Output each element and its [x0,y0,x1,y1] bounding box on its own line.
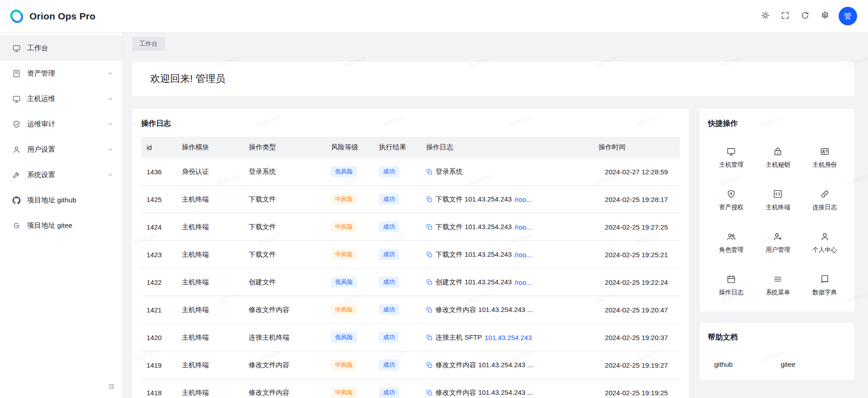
table-row: 1424 主机终端 下载文件 中风险 成功 下载文件 101.43.254.24… [141,213,680,241]
quick-action-label: 资产授权 [719,203,744,211]
help-link-github[interactable]: github [714,360,733,368]
quick-actions-card: 快捷操作 主机管理 主机秘钥 主机身份 资产授权 主机终端 连接日志 角色管理 … [700,109,854,312]
top-header: Orion Ops Pro 管 [0,0,868,33]
log-text: 修改文件内容 101.43.254.243 ... [436,361,533,369]
cell-module: 主机终端 [176,324,243,351]
result-badge: 成功 [379,249,399,260]
cell-type: 连接主机终端 [243,324,326,351]
sidebar-item-system-settings[interactable]: 系统设置 [0,162,123,187]
cell-type: 下载文件 [243,213,326,241]
operation-log-card: 操作日志 id操作模块操作类型风险等级执行结果操作日志操作时间 1436 身份认… [132,109,689,398]
help-link-gitee[interactable]: gitee [781,360,796,368]
table-row: 1419 主机终端 修改文件内容 中风险 成功 修改文件内容 101.43.25… [141,351,680,379]
user-avatar[interactable]: 管 [839,7,857,25]
quick-action-label: 系统菜单 [766,288,790,297]
quick-action-label: 个人中心 [812,246,837,254]
log-card-title: 操作日志 [141,119,680,129]
cell-module: 主机终端 [176,379,243,398]
quick-action-host-keys[interactable]: 主机秘钥 [754,143,801,172]
sidebar-item-assets[interactable]: 资产管理 [0,61,123,86]
cell-time: 2024-02-25 19:27:25 [593,213,680,241]
user-icon [12,145,21,154]
quick-action-asset-auth[interactable]: 资产授权 [708,186,754,215]
quick-action-host-identity[interactable]: 主机身份 [802,143,848,172]
quick-action-data-dictionary[interactable]: 数据字典 [802,271,848,300]
app-logo[interactable]: Orion Ops Pro [9,9,95,24]
log-link[interactable]: /roo... [514,251,531,259]
gitee-icon [12,221,21,230]
log-text: 下载文件 101.43.254.243 [436,250,512,259]
menu-icon [773,274,783,284]
sidebar-item-host-ops[interactable]: 主机运维 [0,86,123,111]
copy-icon[interactable] [426,307,433,313]
collapse-sidebar-button[interactable] [108,383,115,392]
copy-icon[interactable] [426,196,433,203]
risk-badge: 中风险 [331,249,357,260]
theme-toggle-button[interactable] [761,11,770,21]
quick-action-operation-logs[interactable]: 操作日志 [708,271,754,300]
cell-type: 创建文件 [243,269,326,296]
risk-badge: 中风险 [331,304,357,315]
sidebar-item-workbench[interactable]: 工作台 [0,35,123,61]
sidebar-item-audit[interactable]: 运维审计 [0,111,123,137]
settings-button[interactable] [821,11,830,21]
quick-action-personal-center[interactable]: 个人中心 [802,228,848,257]
cell-id: 1420 [141,324,176,351]
table-row: 1425 主机终端 下载文件 中风险 成功 下载文件 101.43.254.24… [141,186,680,213]
sidebar-item-gitee[interactable]: 项目地址 gitee [0,213,123,238]
copy-icon[interactable] [426,224,433,230]
copy-icon[interactable] [426,168,433,175]
copy-icon[interactable] [426,279,433,286]
quick-action-connection-logs[interactable]: 连接日志 [802,186,848,215]
ledger-icon [12,69,21,78]
sidebar-item-user-settings[interactable]: 用户设置 [0,137,123,162]
copy-icon[interactable] [426,334,433,341]
calendar-icon [726,274,736,284]
sidebar-item-label: 运维审计 [27,120,101,129]
right-column: 快捷操作 主机管理 主机秘钥 主机身份 资产授权 主机终端 连接日志 角色管理 … [700,109,854,380]
quick-action-label: 角色管理 [719,246,744,254]
cell-time: 2024-02-25 19:22:24 [593,269,680,296]
copy-icon[interactable] [426,362,433,369]
copy-icon[interactable] [426,251,433,258]
log-text: 创建文件 101.43.254.243 [436,278,512,287]
sun-icon [761,11,770,21]
tab-workbench[interactable]: 工作台 [132,37,165,51]
cell-time: 2024-02-25 19:20:37 [593,324,680,351]
quick-action-host-terminal[interactable]: 主机终端 [754,186,801,215]
table-row: 1421 主机终端 修改文件内容 中风险 成功 修改文件内容 101.43.25… [141,296,680,324]
cell-time: 2024-02-25 19:20:47 [593,296,680,324]
cell-time: 2024-02-25 19:19:25 [593,379,680,398]
chevron-down-icon [107,96,114,102]
column-header-0: id [141,137,176,158]
safety-icon [726,189,736,199]
app-root: Orion Ops Pro 管 工作台 资产管理 主机运维 运维审计 用户设置 [0,0,868,398]
quick-action-label: 用户管理 [766,246,790,254]
table-row: 1422 主机终端 创建文件 低风险 成功 创建文件 101.43.254.24… [141,269,680,296]
log-link[interactable]: /roo... [514,223,531,231]
help-card: 帮助文档 githubgitee [700,322,854,380]
quick-action-system-menu[interactable]: 系统菜单 [754,271,801,300]
sidebar-item-github[interactable]: 项目地址 github [0,187,123,213]
log-link[interactable]: 101.43.254.243 [485,334,532,341]
quick-action-role-management[interactable]: 角色管理 [708,228,754,257]
cell-id: 1424 [141,213,176,241]
quick-action-user-management[interactable]: 用户管理 [754,228,801,257]
chevron-down-icon [107,121,114,127]
result-badge: 成功 [379,360,399,370]
column-header-1: 操作模块 [176,137,243,158]
log-link[interactable]: /roo... [514,278,531,286]
log-text: 下载文件 101.43.254.243 [436,223,512,231]
shield-icon [12,120,21,129]
result-badge: 成功 [379,387,399,398]
column-header-5: 操作日志 [421,137,593,158]
sidebar-nav: 工作台 资产管理 主机运维 运维审计 用户设置 系统设置 项目地址 github… [0,33,123,238]
quick-action-host-management[interactable]: 主机管理 [708,143,754,172]
fullscreen-button[interactable] [781,11,790,21]
wrench-icon [12,171,21,179]
log-link[interactable]: /roo... [514,196,531,203]
refresh-button[interactable] [801,11,810,21]
copy-icon[interactable] [426,389,433,396]
risk-badge: 中风险 [331,360,357,370]
user-icon [820,232,830,241]
